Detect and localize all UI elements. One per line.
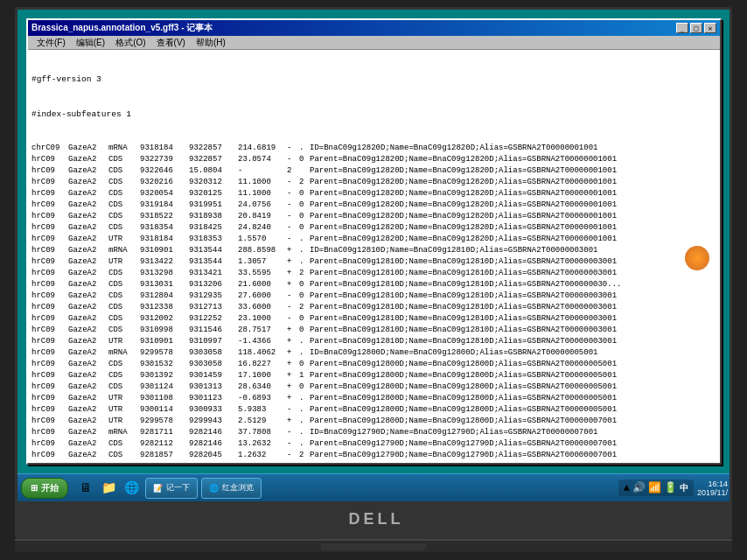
table-row: hrC09GazeA2CDS932264615.0804-2Parent=Bna…	[31, 166, 716, 178]
monitor-bottom	[15, 539, 732, 552]
tray-icon-arrow[interactable]: ▲	[624, 482, 630, 494]
cell: 9301124	[140, 382, 189, 393]
cell: 21.6000	[238, 280, 287, 290]
cell: 9319184	[140, 200, 189, 211]
taskbar-app-notepad[interactable]: 📝 记一下	[145, 478, 198, 499]
cell: GazeA2	[68, 189, 108, 200]
browser-app-label: 红盒浏览	[222, 482, 254, 494]
data-rows: chrC09GazeA2mRNA93181849322857214.6819-.…	[31, 144, 716, 462]
cell: hrC09	[31, 280, 68, 290]
menu-view[interactable]: 查看(V)	[151, 37, 191, 49]
cell: -	[287, 223, 299, 234]
minimize-button[interactable]: _	[676, 23, 688, 33]
cell: hrC09	[31, 405, 68, 416]
cell: -	[287, 428, 299, 438]
cell: CDS	[108, 166, 140, 177]
cell: Parent=BnaC09g12800D;Name=BnaC09g12800D;…	[310, 371, 716, 382]
taskbar-icon-2[interactable]: 📁	[98, 478, 119, 499]
tray-icon-battery[interactable]: 🔋	[664, 481, 677, 494]
cell: +	[287, 269, 299, 279]
cell: mRNA	[108, 428, 140, 438]
tray-lang[interactable]: 中	[680, 482, 688, 494]
cell: 28.7517	[238, 326, 287, 336]
cell: Parent=BnaC09g12800D;Name=BnaC09g12800D;…	[310, 382, 716, 393]
cell: Parent=BnaC09g12810D;Name=BnaC09g12810D;…	[310, 280, 716, 290]
cell: .	[299, 337, 310, 347]
taskbar-icon-1[interactable]: 🖥	[75, 478, 96, 499]
cell: 9320312	[189, 178, 238, 188]
menu-help[interactable]: 帮助(H)	[191, 37, 231, 49]
cell: GazeA2	[68, 212, 108, 222]
close-button[interactable]: ✕	[704, 23, 716, 33]
cell: hrC09	[31, 416, 68, 427]
taskbar-app-browser[interactable]: 🌐 红盒浏览	[201, 478, 262, 499]
table-row: hrC09GazeA2CDS9312338931271333.6000-2Par…	[31, 303, 716, 314]
cell: Parent=BnaC09g12820D;Name=BnaC09g12820D;…	[310, 166, 716, 177]
cell: GazeA2	[68, 246, 108, 256]
notepad-app-label: 记一下	[166, 482, 190, 494]
monitor-outer: Brassica_napus.annotation_v5.gff3 - 记事本 …	[0, 0, 747, 560]
menu-edit[interactable]: 编辑(E)	[71, 37, 110, 49]
start-label: 开始	[41, 482, 59, 494]
cell: 9299578	[140, 348, 189, 359]
cell: CDS	[108, 303, 140, 313]
taskbar-icon-3[interactable]: 🌐	[121, 478, 142, 499]
cell: 9310901	[140, 337, 189, 347]
cell: 9303058	[189, 348, 238, 359]
cell: 9312338	[140, 303, 189, 313]
cell: 9322739	[140, 155, 189, 165]
cell: 27.6000	[238, 291, 287, 302]
cell: 9312804	[140, 291, 189, 302]
cell: CDS	[108, 155, 140, 165]
cell: Parent=BnaC09g12820D;Name=BnaC09g12820D;…	[310, 200, 716, 211]
cell: -	[287, 303, 299, 313]
cell: .	[299, 246, 310, 256]
cell: 9322646	[140, 166, 189, 177]
cell: 0	[299, 155, 310, 165]
tray-icon-network[interactable]: 📶	[648, 481, 661, 494]
cell: 9318184	[140, 144, 189, 154]
clock-time: 16:14	[697, 480, 728, 488]
cell: CDS	[108, 360, 140, 370]
cell: 9301459	[189, 371, 238, 382]
cell: 2	[299, 451, 310, 461]
cell: 9313031	[140, 280, 189, 290]
windows-icon: ⊞	[31, 483, 38, 493]
cell: 24.0756	[238, 200, 287, 211]
cell: 9301123	[189, 394, 238, 404]
taskbar-icons: 🖥 📁 🌐	[75, 478, 142, 499]
cell: GazeA2	[68, 360, 108, 370]
cell: 0	[299, 280, 310, 290]
cell: GazeA2	[68, 416, 108, 427]
cell: Parent=BnaC09g12820D;Name=BnaC09g12820D;…	[310, 189, 716, 200]
tray-icon-speaker[interactable]: 🔊	[632, 481, 646, 494]
cell: +	[287, 337, 299, 347]
cell: 0	[299, 291, 310, 302]
cell: -	[287, 155, 299, 165]
maximize-button[interactable]: □	[690, 23, 702, 33]
cell: 9312002	[140, 314, 189, 325]
cell: GazeA2	[68, 326, 108, 336]
cell: CDS	[108, 451, 140, 461]
cell: -0.6893	[238, 394, 287, 404]
menu-file[interactable]: 文件(F)	[31, 37, 71, 49]
table-row: hrC09GazeA2mRNA93109019313544288.8598+.I…	[31, 246, 716, 257]
cell: -	[287, 178, 299, 188]
cell: GazeA2	[68, 280, 108, 290]
cell: 9281711	[140, 428, 189, 438]
cell: 9300114	[140, 405, 189, 416]
cell: hrC09	[31, 246, 68, 256]
cell: CDS	[108, 314, 140, 325]
start-button[interactable]: ⊞ 开始	[21, 478, 68, 499]
cell: GazeA2	[68, 269, 108, 279]
cell: GazeA2	[68, 314, 108, 325]
cell: hrC09	[31, 223, 68, 234]
cell: 0	[299, 212, 310, 222]
cell: UTR	[108, 405, 140, 416]
menu-format[interactable]: 格式(O)	[110, 37, 150, 49]
cell: GazeA2	[68, 405, 108, 416]
cell: 2	[299, 303, 310, 313]
cell: Parent=BnaC09g12810D;Name=BnaC09g12810D;…	[310, 269, 716, 279]
cell: CDS	[108, 212, 140, 222]
cell: GazeA2	[68, 291, 108, 302]
